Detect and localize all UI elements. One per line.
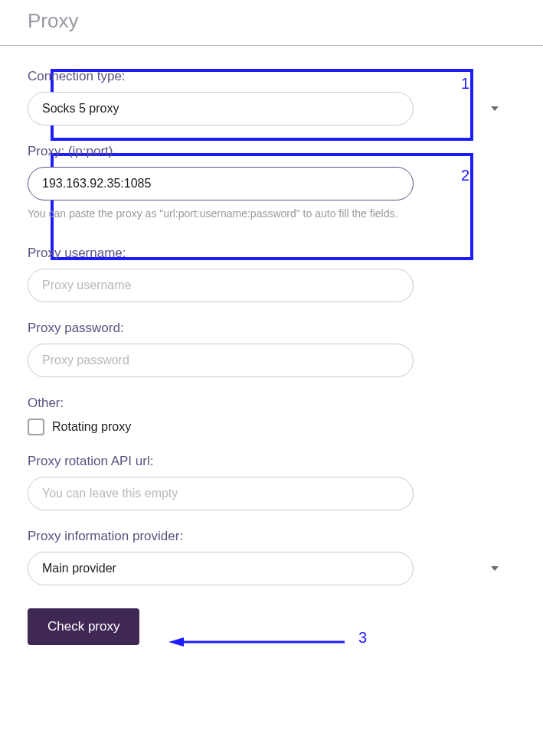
rotation-url-group: Proxy rotation API url: <box>28 454 515 510</box>
rotating-proxy-label: Rotating proxy <box>52 420 131 434</box>
username-group: Proxy username: <box>28 246 515 302</box>
password-input[interactable] <box>28 344 414 377</box>
other-label: Other: <box>28 396 515 411</box>
check-proxy-button[interactable]: Check proxy <box>28 608 139 645</box>
username-input[interactable] <box>28 269 414 302</box>
rotation-url-label: Proxy rotation API url: <box>28 454 515 469</box>
annotation-number-1: 1 <box>461 75 469 93</box>
annotation-number-2: 2 <box>461 167 469 184</box>
proxy-input[interactable] <box>28 167 414 200</box>
provider-group: Proxy information provider: <box>28 529 515 585</box>
chevron-down-icon <box>491 566 499 571</box>
connection-type-label: Connection type: <box>28 69 515 84</box>
page-header: Proxy <box>0 0 543 46</box>
username-label: Proxy username: <box>28 246 515 261</box>
form-content: Connection type: Proxy: (ip:port) You ca… <box>0 46 543 645</box>
other-group: Other: Rotating proxy <box>28 396 515 435</box>
rotating-proxy-checkbox[interactable] <box>28 419 44 435</box>
proxy-hint: You can paste the proxy as "url:port:use… <box>28 207 414 221</box>
annotation-number-3: 3 <box>358 629 367 647</box>
proxy-group: Proxy: (ip:port) You can paste the proxy… <box>28 144 515 221</box>
proxy-label: Proxy: (ip:port) <box>28 144 515 159</box>
password-label: Proxy password: <box>28 321 515 336</box>
rotation-url-input[interactable] <box>28 477 414 510</box>
page-title: Proxy <box>28 9 543 33</box>
connection-type-group: Connection type: <box>28 69 515 125</box>
provider-select[interactable] <box>28 552 414 585</box>
connection-type-select[interactable] <box>28 92 414 125</box>
provider-label: Proxy information provider: <box>28 529 515 544</box>
password-group: Proxy password: <box>28 321 515 377</box>
chevron-down-icon <box>491 106 499 111</box>
